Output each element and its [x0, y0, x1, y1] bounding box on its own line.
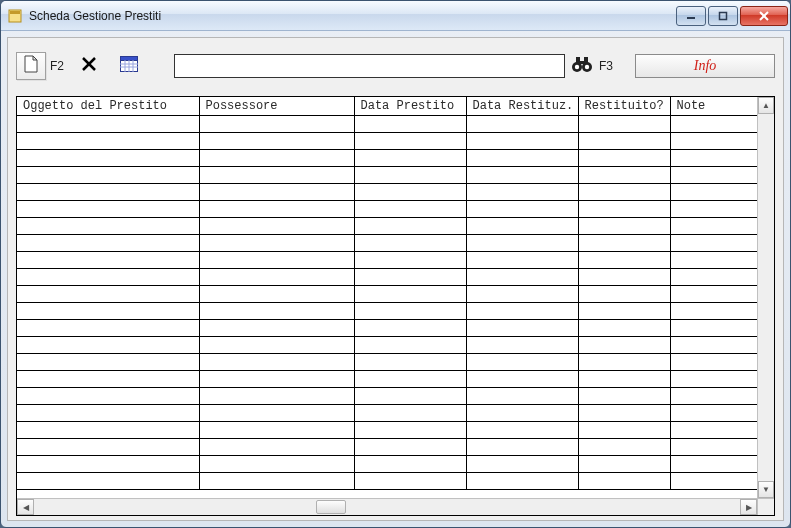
cell[interactable]: [17, 473, 199, 490]
search-input[interactable]: [174, 54, 565, 78]
cell[interactable]: [354, 473, 466, 490]
hscroll-thumb[interactable]: [316, 500, 346, 514]
cell[interactable]: [354, 354, 466, 371]
cell[interactable]: [199, 456, 354, 473]
cell[interactable]: [578, 269, 670, 286]
cell[interactable]: [354, 184, 466, 201]
cell[interactable]: [199, 439, 354, 456]
table-row[interactable]: [17, 133, 757, 150]
cell[interactable]: [199, 150, 354, 167]
cell[interactable]: [17, 235, 199, 252]
cell[interactable]: [578, 252, 670, 269]
cell[interactable]: [578, 337, 670, 354]
cell[interactable]: [354, 235, 466, 252]
cell[interactable]: [466, 320, 578, 337]
cell[interactable]: [578, 473, 670, 490]
scroll-down-button[interactable]: ▼: [758, 481, 774, 498]
cell[interactable]: [578, 303, 670, 320]
cell[interactable]: [578, 133, 670, 150]
cell[interactable]: [17, 405, 199, 422]
scroll-right-button[interactable]: ▶: [740, 499, 757, 515]
cell[interactable]: [670, 439, 757, 456]
cell[interactable]: [199, 133, 354, 150]
maximize-button[interactable]: [708, 6, 738, 26]
table-row[interactable]: [17, 201, 757, 218]
cell[interactable]: [670, 201, 757, 218]
cell[interactable]: [199, 269, 354, 286]
cell[interactable]: [466, 456, 578, 473]
cell[interactable]: [670, 235, 757, 252]
cell[interactable]: [466, 133, 578, 150]
cell[interactable]: [466, 286, 578, 303]
table-row[interactable]: [17, 116, 757, 133]
cell[interactable]: [578, 235, 670, 252]
cell[interactable]: [199, 473, 354, 490]
cell[interactable]: [670, 167, 757, 184]
cell[interactable]: [466, 184, 578, 201]
cell[interactable]: [354, 201, 466, 218]
cell[interactable]: [670, 337, 757, 354]
grid-header-row[interactable]: Oggetto del PrestitoPossessoreData Prest…: [17, 97, 757, 116]
table-row[interactable]: [17, 422, 757, 439]
cell[interactable]: [17, 456, 199, 473]
cell[interactable]: [466, 201, 578, 218]
cell[interactable]: [578, 456, 670, 473]
table-row[interactable]: [17, 235, 757, 252]
cell[interactable]: [199, 303, 354, 320]
close-button[interactable]: [740, 6, 788, 26]
cell[interactable]: [17, 320, 199, 337]
new-button[interactable]: [16, 52, 46, 80]
cell[interactable]: [578, 116, 670, 133]
cell[interactable]: [354, 405, 466, 422]
table-row[interactable]: [17, 388, 757, 405]
cell[interactable]: [199, 286, 354, 303]
column-header[interactable]: Possessore: [199, 97, 354, 116]
cell[interactable]: [17, 167, 199, 184]
cell[interactable]: [466, 439, 578, 456]
cell[interactable]: [466, 269, 578, 286]
cell[interactable]: [354, 218, 466, 235]
cell[interactable]: [670, 252, 757, 269]
cell[interactable]: [578, 201, 670, 218]
cell[interactable]: [466, 116, 578, 133]
cell[interactable]: [466, 252, 578, 269]
table-row[interactable]: [17, 320, 757, 337]
cell[interactable]: [354, 303, 466, 320]
table-row[interactable]: [17, 456, 757, 473]
cell[interactable]: [17, 116, 199, 133]
cell[interactable]: [578, 320, 670, 337]
cell[interactable]: [670, 286, 757, 303]
cell[interactable]: [17, 371, 199, 388]
cell[interactable]: [17, 201, 199, 218]
scroll-up-button[interactable]: ▲: [758, 97, 774, 114]
cell[interactable]: [670, 184, 757, 201]
cell[interactable]: [199, 388, 354, 405]
hscroll-track[interactable]: [34, 499, 740, 515]
cell[interactable]: [199, 422, 354, 439]
cell[interactable]: [578, 218, 670, 235]
cell[interactable]: [17, 252, 199, 269]
cell[interactable]: [17, 422, 199, 439]
cell[interactable]: [670, 405, 757, 422]
cell[interactable]: [199, 320, 354, 337]
cell[interactable]: [199, 218, 354, 235]
cell[interactable]: [17, 150, 199, 167]
cell[interactable]: [466, 422, 578, 439]
cell[interactable]: [578, 150, 670, 167]
cell[interactable]: [17, 354, 199, 371]
cell[interactable]: [199, 201, 354, 218]
cell[interactable]: [354, 439, 466, 456]
delete-button[interactable]: [74, 52, 104, 80]
cell[interactable]: [354, 133, 466, 150]
cell[interactable]: [670, 456, 757, 473]
cell[interactable]: [354, 252, 466, 269]
cell[interactable]: [466, 167, 578, 184]
cell[interactable]: [17, 439, 199, 456]
scroll-left-button[interactable]: ◀: [17, 499, 34, 515]
cell[interactable]: [466, 235, 578, 252]
cell[interactable]: [354, 269, 466, 286]
cell[interactable]: [354, 422, 466, 439]
cell[interactable]: [354, 388, 466, 405]
cell[interactable]: [578, 371, 670, 388]
cell[interactable]: [670, 388, 757, 405]
